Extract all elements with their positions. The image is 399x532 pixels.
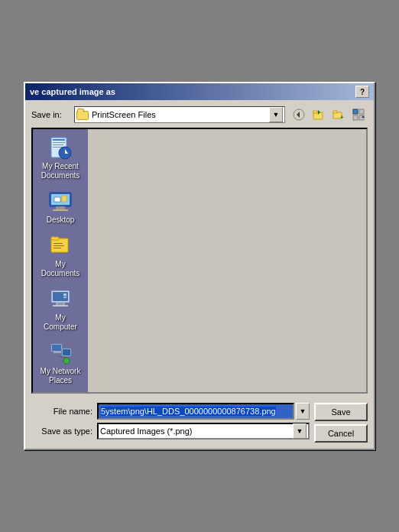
svg-rect-36 (63, 294, 66, 296)
svg-rect-39 (52, 345, 61, 351)
svg-rect-42 (63, 349, 70, 355)
svg-rect-6 (333, 111, 337, 113)
svg-rect-25 (62, 196, 66, 202)
desktop-icon (48, 190, 73, 214)
dialog-body: Save in: PrintScreen Files ▼ (25, 100, 374, 400)
toolbar-buttons: + (290, 106, 368, 123)
action-buttons: Save Cancel (314, 403, 368, 443)
sidebar-documents-label: My Documents (38, 260, 83, 278)
bottom-with-buttons: File name: ▼ Save as type: Captured Imag… (25, 400, 374, 449)
dialog-window: ve captured image as ? Save in: PrintScr… (24, 82, 375, 450)
filename-dropdown-arrow[interactable]: ▼ (296, 403, 310, 420)
svg-rect-16 (53, 144, 63, 145)
filename-input-wrapper: ▼ (97, 403, 310, 420)
sidebar-item-network[interactable]: My Network Places (34, 337, 86, 389)
sidebar-desktop-label: Desktop (47, 216, 75, 225)
sidebar-item-desktop[interactable]: Desktop (34, 186, 86, 229)
sidebar: My RecentDocuments Desktop (33, 129, 88, 392)
file-area (88, 129, 366, 392)
back-button[interactable] (290, 106, 308, 123)
sidebar-item-documents[interactable]: My Documents (34, 230, 86, 282)
sidebar-recent-label: My RecentDocuments (41, 162, 80, 180)
svg-rect-24 (54, 197, 60, 202)
views-icon (352, 109, 365, 121)
svg-rect-34 (53, 305, 68, 307)
save-button[interactable]: Save (314, 403, 368, 421)
savetype-dropdown-arrow[interactable]: ▼ (293, 423, 307, 439)
filename-row: File name: ▼ (31, 403, 310, 420)
fields-section: File name: ▼ Save as type: Captured Imag… (31, 403, 310, 443)
help-button[interactable]: ? (355, 86, 369, 98)
save-in-dropdown-arrow[interactable]: ▼ (269, 107, 283, 122)
main-area: My RecentDocuments Desktop (31, 128, 368, 394)
title-bar-text: ve captured image as (30, 87, 115, 96)
save-in-combo[interactable]: PrintScreen Files ▼ (74, 106, 285, 123)
savetype-value: Captured Images (*.png) (100, 427, 293, 436)
my-computer-icon (48, 287, 73, 312)
filename-label: File name: (31, 407, 92, 416)
svg-rect-10 (353, 115, 358, 120)
savetype-combo[interactable]: Captured Images (*.png) ▼ (97, 423, 310, 440)
save-in-value: PrintScreen Files (92, 110, 266, 119)
new-folder-button[interactable]: + (329, 106, 348, 123)
up-folder-icon (313, 109, 325, 121)
savetype-label: Save as type: (31, 427, 92, 436)
svg-rect-14 (53, 139, 65, 141)
svg-rect-28 (54, 243, 63, 244)
sidebar-item-computer[interactable]: My Computer (34, 284, 86, 336)
up-folder-button[interactable] (310, 106, 328, 123)
cancel-button[interactable]: Cancel (314, 424, 368, 443)
svg-rect-22 (56, 206, 65, 209)
title-bar-controls: ? (355, 86, 369, 98)
svg-rect-30 (54, 248, 61, 248)
svg-rect-37 (63, 297, 66, 298)
save-in-row: Save in: PrintScreen Files ▼ (31, 106, 368, 123)
svg-rect-27 (51, 237, 59, 240)
svg-rect-9 (359, 109, 364, 114)
title-bar: ve captured image as ? (25, 83, 374, 100)
svg-rect-40 (54, 352, 61, 353)
sidebar-network-label: My Network Places (38, 367, 83, 385)
svg-point-43 (63, 358, 70, 364)
svg-rect-3 (313, 111, 317, 113)
svg-rect-23 (53, 209, 68, 211)
back-icon (293, 109, 305, 121)
folder-icon (76, 111, 89, 120)
new-folder-icon: + (332, 109, 345, 121)
save-in-label: Save in: (31, 110, 70, 119)
svg-rect-35 (58, 303, 63, 304)
svg-rect-8 (353, 109, 358, 114)
network-places-icon (48, 341, 73, 365)
savetype-row: Save as type: Captured Images (*.png) ▼ (31, 423, 310, 440)
svg-rect-15 (53, 142, 65, 143)
sidebar-item-recent[interactable]: My RecentDocuments (34, 132, 86, 184)
svg-rect-29 (54, 245, 64, 246)
recent-documents-icon (48, 136, 73, 161)
dialog-title: ve captured image as (30, 87, 115, 96)
svg-text:+: + (340, 114, 344, 121)
views-button[interactable] (349, 106, 368, 123)
my-documents-icon (48, 234, 73, 258)
filename-input[interactable] (97, 403, 294, 420)
sidebar-computer-label: My Computer (38, 313, 83, 332)
